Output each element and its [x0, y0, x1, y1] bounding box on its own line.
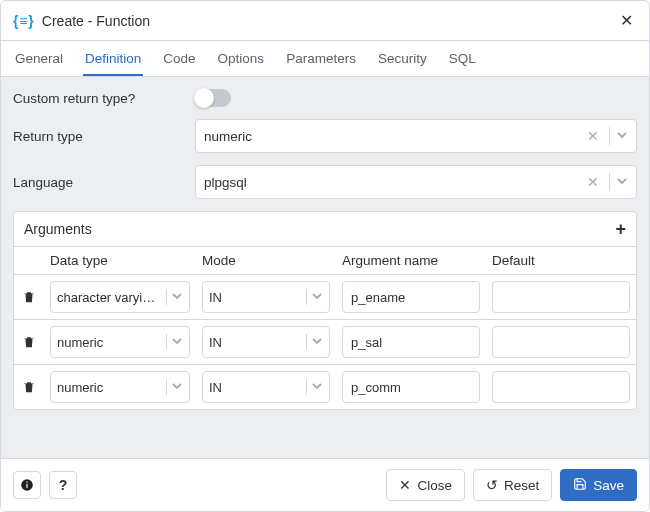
select-language-value: plpgsql [204, 175, 587, 190]
reset-button-label: Reset [504, 478, 539, 493]
arg-name-input[interactable] [342, 371, 480, 403]
arg-data-type-select[interactable]: character varyi… [50, 281, 190, 313]
label-return-type: Return type [13, 129, 183, 144]
arg-name-input[interactable] [342, 326, 480, 358]
col-header-default: Default [486, 247, 636, 275]
chevron-down-icon[interactable] [311, 290, 323, 305]
row-return-type: Return type numeric ✕ [13, 119, 637, 153]
col-header-mode: Mode [196, 247, 336, 275]
reset-button[interactable]: ↺ Reset [473, 469, 552, 501]
tab-security[interactable]: Security [376, 41, 429, 76]
table-row: numericIN [14, 365, 636, 410]
close-icon[interactable]: ✕ [616, 9, 637, 32]
arg-data-type-select[interactable]: numeric [50, 371, 190, 403]
arg-mode-value: IN [209, 290, 302, 305]
col-header-argument-name: Argument name [336, 247, 486, 275]
arg-default-input[interactable] [492, 281, 630, 313]
tab-options[interactable]: Options [216, 41, 267, 76]
select-return-type[interactable]: numeric ✕ [195, 119, 637, 153]
arg-default-input[interactable] [492, 371, 630, 403]
arg-mode-select[interactable]: IN [202, 326, 330, 358]
chevron-down-icon[interactable] [616, 129, 628, 144]
add-argument-button[interactable]: + [615, 220, 626, 238]
reset-icon: ↺ [486, 477, 498, 493]
save-icon [573, 477, 587, 494]
col-header-data-type: Data type [44, 247, 196, 275]
row-custom-return-type: Custom return type? [13, 89, 637, 107]
arg-data-type-value: character varyi… [57, 290, 162, 305]
arg-mode-select[interactable]: IN [202, 281, 330, 313]
arg-data-type-select[interactable]: numeric [50, 326, 190, 358]
close-button-label: Close [417, 478, 452, 493]
create-function-dialog: { ≡ } Create - Function ✕ General Defini… [0, 0, 650, 512]
save-button[interactable]: Save [560, 469, 637, 501]
tab-sql[interactable]: SQL [447, 41, 478, 76]
dialog-title: Create - Function [42, 13, 150, 29]
arg-mode-select[interactable]: IN [202, 371, 330, 403]
function-icon: { ≡ } [13, 13, 34, 29]
tab-general[interactable]: General [13, 41, 65, 76]
tab-definition[interactable]: Definition [83, 41, 143, 76]
dialog-footer: ? ✕ Close ↺ Reset Save [1, 458, 649, 511]
chevron-down-icon[interactable] [171, 335, 183, 350]
table-row: numericIN [14, 320, 636, 365]
label-language: Language [13, 175, 183, 190]
arguments-header: Arguments + [14, 212, 636, 247]
chevron-down-icon[interactable] [171, 380, 183, 395]
save-button-label: Save [593, 478, 624, 493]
arg-mode-value: IN [209, 335, 302, 350]
tab-code[interactable]: Code [161, 41, 197, 76]
close-button[interactable]: ✕ Close [386, 469, 465, 501]
delete-row-button[interactable] [20, 378, 38, 396]
svg-rect-1 [26, 484, 27, 488]
info-button[interactable] [13, 471, 41, 499]
table-row: character varyi…IN [14, 275, 636, 320]
delete-row-button[interactable] [20, 288, 38, 306]
chevron-down-icon[interactable] [311, 380, 323, 395]
titlebar: { ≡ } Create - Function ✕ [1, 1, 649, 41]
arguments-table: Data type Mode Argument name Default cha… [14, 247, 636, 409]
select-return-type-value: numeric [204, 129, 587, 144]
chevron-down-icon[interactable] [171, 290, 183, 305]
help-button[interactable]: ? [49, 471, 77, 499]
clear-icon[interactable]: ✕ [587, 128, 599, 144]
select-language[interactable]: plpgsql ✕ [195, 165, 637, 199]
svg-rect-2 [26, 482, 27, 483]
delete-row-button[interactable] [20, 333, 38, 351]
arguments-panel: Arguments + Data type Mode Argument name… [13, 211, 637, 410]
arg-name-input[interactable] [342, 281, 480, 313]
arg-data-type-value: numeric [57, 380, 162, 395]
dialog-body: Custom return type? Return type numeric … [1, 77, 649, 458]
arg-data-type-value: numeric [57, 335, 162, 350]
arg-mode-value: IN [209, 380, 302, 395]
chevron-down-icon[interactable] [311, 335, 323, 350]
row-language: Language plpgsql ✕ [13, 165, 637, 199]
chevron-down-icon[interactable] [616, 175, 628, 190]
label-custom-return-type: Custom return type? [13, 91, 183, 106]
tab-parameters[interactable]: Parameters [284, 41, 358, 76]
toggle-custom-return-type[interactable] [195, 89, 231, 107]
close-icon: ✕ [399, 477, 411, 493]
tab-bar: General Definition Code Options Paramete… [1, 41, 649, 77]
arg-default-input[interactable] [492, 326, 630, 358]
arguments-label: Arguments [24, 221, 92, 237]
clear-icon[interactable]: ✕ [587, 174, 599, 190]
